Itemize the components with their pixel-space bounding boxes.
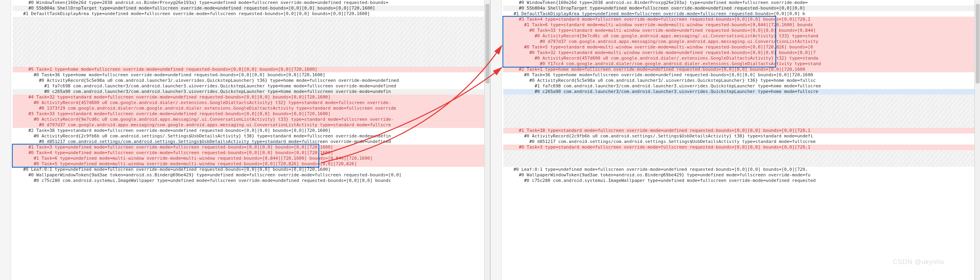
right-line-text: #0 Task=32 type=standard mode=multi-wind… [529,50,816,55]
left-line[interactable]: #0 d797d37 com.google.android.apps.messa… [13,122,490,128]
right-line[interactable]: #0 WindowToken{160e26d type=2038 android… [503,0,980,6]
right-line[interactable]: #0 d797d37 com.google.android.apps.messa… [503,39,980,44]
left-line[interactable] [13,50,490,56]
right-line[interactable]: #1 fa7c698 com.android.launcher3/com.and… [503,83,980,89]
left-line[interactable]: #0 d851217 com.android.settings/com.andr… [13,139,490,145]
right-line-text: #0 Leaf:0:1 type=undefined mode=fullscre… [514,167,808,172]
left-line[interactable]: #0 55b804a ShellDropTarget type=undefine… [13,6,490,11]
left-line-text: #5 Task=1 type=home mode=fullscreen over… [29,67,317,72]
left-line[interactable] [13,39,490,44]
left-line[interactable] [13,61,490,67]
right-line-text: #0 ActivityRecord{9e7cd6c u0 com.google.… [535,33,818,39]
right-scrollbar-thumb[interactable] [976,4,980,83]
right-line[interactable]: #0 ActivityRecord{9e7cd6c u0 com.google.… [503,33,980,39]
left-line-text: #3 Task=33 type=standard mode=fullscreen… [29,111,331,116]
right-line-text: #0 Task=5 type=standard mode=multi-windo… [524,44,813,50]
left-line-text: #0 Task=4 type=undefined mode=fullscreen… [29,150,333,155]
left-line[interactable]: #0 ActivityRecord{457d600 u0 com.google.… [13,100,490,106]
left-line[interactable]: #4 Task=32 type=standard mode=fullscreen… [13,95,490,100]
left-line[interactable]: #1 DefaultTaskDisplayArea type=undefined… [13,11,490,17]
right-line[interactable] [503,150,980,156]
left-line[interactable]: #0 Task=4 type=undefined mode=fullscreen… [13,150,490,156]
right-line[interactable]: #0 Task=32 type=standard mode=multi-wind… [503,50,980,56]
right-line-text: #0 Task=3 type=standard mode=fullscreen … [519,145,810,150]
left-line-text: #1 Task=3 type=undefined mode=fullscreen… [29,145,333,150]
right-line-text: #1 DefaultTaskDisplayArea type=undefined… [514,11,805,16]
right-line[interactable]: #1 Task=6 type=standard mode=multi-windo… [503,22,980,28]
left-scrollbar[interactable] [484,0,490,280]
left-line[interactable]: #0 Leaf:0:1 type=undefined mode=fullscre… [13,167,490,172]
right-line[interactable] [503,156,980,161]
right-line[interactable]: #1 DefaultTaskDisplayArea type=undefined… [503,11,980,17]
right-line-text: #0 c75c280 com.android.systemui.ImageWal… [524,178,815,183]
right-line[interactable]: #0 ActivityRecord{2c9fb6b u0 com.android… [503,133,980,139]
left-line-text: #0 ActivityRecord{457d600 u0 com.google.… [34,100,391,105]
left-line[interactable]: #0 c75c280 com.android.systemui.ImageWal… [13,178,490,183]
left-line-text: #0 Leaf:0:1 type=undefined mode=fullscre… [23,167,331,172]
left-line[interactable]: #1 Task=3 type=undefined mode=fullscreen… [13,145,490,150]
right-line[interactable]: #2 Task=1 type=home mode=fullscreen over… [503,67,980,72]
left-line[interactable]: #0 c265a90 com.android.launcher3/com.and… [13,89,490,95]
right-line-text: #0 ActivityRecord{5c5e98a u0 com.android… [529,78,816,83]
left-line[interactable] [13,44,490,50]
left-line[interactable]: #0 1373f29 com.google.android.dialer/com… [13,106,490,111]
right-line[interactable] [503,95,980,100]
left-line-text: #4 Task=32 type=standard mode=fullscreen… [29,95,331,100]
left-line[interactable]: #0 ActivityRecord{9e7cd6c u0 com.google.… [13,117,490,122]
left-line[interactable]: #0 ActivityRecord{2c9fb6b u0 com.android… [13,133,490,139]
left-line-text: #0 c75c280 com.android.systemui.ImageWal… [34,178,391,183]
right-line[interactable]: #0 ActivityRecord{5c5e98a u0 com.android… [503,78,980,83]
left-line[interactable]: #0 Task=5 type=undefined mode=multi-wind… [13,161,490,167]
left-line[interactable] [13,22,490,28]
left-line[interactable]: #0 ActivityRecord{5c5e98a u0 com.android… [13,78,490,83]
right-line[interactable]: #0 c75c280 com.android.systemui.ImageWal… [503,178,980,183]
right-line[interactable]: #0 Task=3 type=standard mode=fullscreen … [503,145,980,150]
left-line[interactable]: #1 Task=6 type=undefined mode=multi-wind… [13,156,490,161]
right-line-text: #0 WallpaperWindowToken{9ad3ae token=and… [519,172,810,178]
right-line[interactable]: #0 55b804a ShellDropTarget type=undefine… [503,6,980,11]
right-scrollbar[interactable] [974,0,980,280]
right-line[interactable]: #3 Task=4 type=standard mode=fullscreen … [503,17,980,22]
left-line[interactable] [13,28,490,33]
right-line[interactable]: #0 ActivityRecord{457d600 u0 com.google.… [503,56,980,61]
left-line-text: #2 Task=38 type=standard mode=fullscreen… [29,128,331,133]
left-scrollbar-thumb[interactable] [485,4,489,83]
left-line[interactable]: #0 Task=36 type=home mode=fullscreen ove… [13,72,490,78]
right-line-text: #1 Task=6 type=standard mode=multi-windo… [524,22,813,27]
left-line[interactable]: #0 WindowToken{160e26d type=2038 android… [13,0,490,6]
right-line[interactable] [503,117,980,122]
right-line[interactable]: #0 Task=33 type=standard mode=multi-wind… [503,28,980,33]
left-gutter [0,0,11,280]
right-line[interactable]: #1 Task=38 type=standard mode=fullscreen… [503,128,980,133]
right-line[interactable] [503,122,980,128]
right-line[interactable]: #0 Task=36 type=home mode=fullscreen ove… [503,72,980,78]
right-line[interactable]: #0 WallpaperWindowToken{9ad3ae token=and… [503,172,980,178]
right-line[interactable] [503,111,980,117]
left-line[interactable] [13,56,490,61]
left-line[interactable]: #2 Task=38 type=standard mode=fullscreen… [13,128,490,133]
right-line-text: #0 ActivityRecord{457d600 u0 com.google.… [535,56,818,61]
right-line[interactable]: #0 c265a90 com.android.launcher3/com.and… [503,89,980,95]
right-line-text: #2 Task=1 type=home mode=fullscreen over… [519,67,805,72]
right-line[interactable]: #0 d851217 com.android.settings/com.andr… [503,139,980,145]
left-line[interactable] [13,17,490,22]
right-line[interactable] [503,161,980,167]
right-line-text: #1 Task=38 type=standard mode=fullscreen… [519,128,810,133]
right-line[interactable]: #0 Leaf:0:1 type=undefined mode=fullscre… [503,167,980,172]
left-line[interactable]: #1 fa7c698 com.android.launcher3/com.and… [13,83,490,89]
left-pane[interactable]: #0 WindowToken{160e26d type=2038 android… [0,0,490,280]
right-line[interactable] [503,100,980,106]
left-line[interactable]: #5 Task=1 type=home mode=fullscreen over… [13,67,490,72]
diff-panes: #0 WindowToken{160e26d type=2038 android… [0,0,980,280]
left-line-text: #0 ActivityRecord{5c5e98a u0 com.android… [39,78,399,83]
left-line-text: #1 Task=6 type=undefined mode=multi-wind… [34,156,372,161]
right-line[interactable]: #0 f17cc4 com.google.android.dialer/com.… [503,61,980,67]
right-line-text: #0 Task=36 type=home mode=fullscreen ove… [524,72,813,77]
right-line-text: #0 f17cc4 com.google.android.dialer/com.… [540,61,821,66]
right-pane[interactable]: #0 WindowToken{160e26d type=2038 android… [490,0,980,280]
left-line[interactable]: #0 WallpaperWindowToken{9ad3ae token=and… [13,172,490,178]
left-line[interactable]: #3 Task=33 type=standard mode=fullscreen… [13,111,490,117]
right-line[interactable] [503,106,980,111]
left-line[interactable] [13,33,490,39]
right-line[interactable]: #0 Task=5 type=standard mode=multi-windo… [503,44,980,50]
